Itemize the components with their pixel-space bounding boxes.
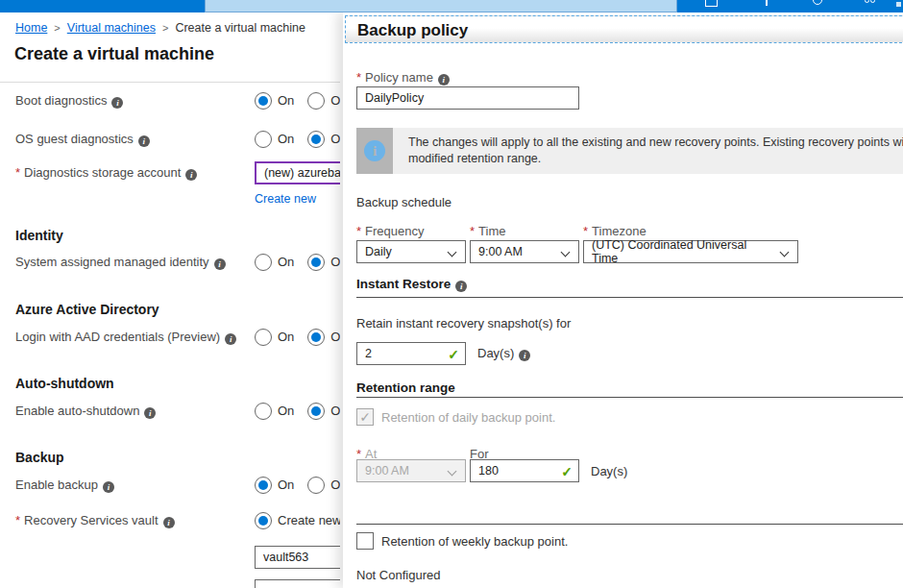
field-label: Recovery Services vault <box>24 513 158 527</box>
radio-create-new-label: Create new <box>278 513 340 527</box>
field-label: Login with AAD credentials (Preview) <box>15 330 220 344</box>
settings-gear-icon[interactable] <box>812 0 827 12</box>
search-input[interactable] <box>205 0 677 12</box>
frequency-label: *Frequency <box>356 224 424 238</box>
info-banner-line2: modified retention range. <box>408 151 903 167</box>
info-icon: i <box>138 135 150 147</box>
info-icon: i <box>111 97 123 109</box>
chevron-down-icon <box>561 248 571 257</box>
field-os-guest-diagnostics: OS guest diagnosticsi OnOff <box>15 130 340 151</box>
info-banner: i The changes will apply to all the exis… <box>356 128 903 174</box>
info-icon: i <box>225 333 236 345</box>
radio-on[interactable] <box>255 131 272 148</box>
snapshot-days-input[interactable]: 2✓ <box>356 342 466 365</box>
info-banner-icon: i <box>364 140 385 161</box>
radio-off-label: Off <box>330 330 340 344</box>
radio-off[interactable] <box>307 131 325 148</box>
section-heading-backup: Backup <box>15 450 64 465</box>
info-icon: i <box>103 481 114 493</box>
breadcrumb-separator: > <box>162 22 168 34</box>
radio-on-label: On <box>278 404 294 418</box>
time-select[interactable]: 9:00 AM <box>470 240 579 263</box>
required-marker: * <box>356 70 361 85</box>
at-time-select: 9:00 AM <box>356 459 466 482</box>
radio-off[interactable] <box>307 329 325 346</box>
info-icon: i <box>519 350 530 361</box>
storage-account-select[interactable]: (new) azureba <box>255 161 340 184</box>
radio-off[interactable] <box>307 403 325 420</box>
not-configured-text: Not Configured <box>356 568 440 582</box>
field-label: OS guest diagnostics <box>15 132 134 146</box>
vault-name-input[interactable]: vault563 <box>255 546 340 569</box>
valid-check-icon: ✓ <box>448 347 459 362</box>
radio-on[interactable] <box>255 403 272 420</box>
field-label: Diagnostics storage account <box>24 165 181 180</box>
radio-off[interactable] <box>307 254 325 271</box>
radio-create-new[interactable] <box>255 512 272 529</box>
field-label: Boot diagnostics <box>15 93 107 108</box>
radio-on[interactable] <box>255 92 272 110</box>
top-bar <box>0 0 903 12</box>
instant-restore-heading: Instant Restorei <box>356 277 467 292</box>
field-enable-backup: Enable backupi OnOff <box>15 476 340 497</box>
field-label: Enable backup <box>15 478 98 492</box>
valid-check-icon: ✓ <box>561 464 573 479</box>
radio-on[interactable] <box>255 254 272 271</box>
create-new-link[interactable]: Create new <box>255 192 316 206</box>
breadcrumb: Home>Virtual machines>Create a virtual m… <box>15 21 305 35</box>
section-divider <box>356 397 903 398</box>
breadcrumb-virtual-machines-link[interactable]: Virtual machines <box>67 21 156 35</box>
timezone-select[interactable]: (UTC) Coordinated Universal Time <box>583 240 798 263</box>
breadcrumb-home-link[interactable]: Home <box>15 21 47 35</box>
feedback-smiley-icon[interactable] <box>865 0 880 12</box>
section-divider <box>356 524 903 525</box>
breadcrumb-separator: > <box>54 22 60 34</box>
snapshot-days-unit: Day(s)i <box>477 346 530 361</box>
field-label: Enable auto-shutdown <box>15 404 139 418</box>
frequency-select[interactable]: Daily <box>356 240 466 263</box>
blade-title: Backup policy <box>357 21 468 40</box>
radio-off[interactable] <box>307 92 325 110</box>
window-icon[interactable] <box>704 0 720 12</box>
info-icon: i <box>438 74 450 86</box>
policy-name-input[interactable]: DailyPolicy <box>356 86 579 110</box>
radio-off-label: Off <box>330 132 340 146</box>
radio-on-label: On <box>278 478 294 492</box>
for-days-input[interactable]: 180✓ <box>470 459 579 482</box>
timezone-label: *Timezone <box>583 224 647 238</box>
field-label: System assigned managed identity <box>15 255 209 269</box>
section-heading-identity: Identity <box>15 228 63 243</box>
radio-off-label: Off <box>330 404 340 418</box>
radio-on[interactable] <box>255 329 272 346</box>
retain-snapshot-label: Retain instant recovery snapshot(s) for <box>356 316 571 331</box>
section-divider <box>356 297 903 298</box>
info-icon: i <box>163 517 175 528</box>
required-marker: * <box>15 165 20 180</box>
weekly-backup-checkbox[interactable] <box>356 532 374 550</box>
radio-on-label: On <box>278 255 294 269</box>
daily-backup-checkbox: ✓ <box>356 408 374 426</box>
time-label: *Time <box>470 224 505 238</box>
info-banner-line1: The changes will apply to all the existi… <box>408 135 903 151</box>
radio-on-label: On <box>278 330 294 344</box>
radio-on-label: On <box>278 93 294 108</box>
radio-off-label: Off <box>330 93 340 108</box>
radio-off[interactable] <box>307 477 325 494</box>
backup-policy-blade: Backup policy *Policy namei DailyPolicy … <box>343 12 903 588</box>
field-login-aad: Login with AAD credentials (Preview)i On… <box>15 328 340 349</box>
breadcrumb-current: Create a virtual machine <box>175 21 305 35</box>
info-icon: i <box>214 258 226 270</box>
section-heading-aad: Azure Active Directory <box>15 302 159 317</box>
radio-off-label: Off <box>330 255 340 269</box>
for-days-unit: Day(s) <box>591 464 627 478</box>
field-enable-auto-shutdown: Enable auto-shutdowni OnOff <box>15 402 340 423</box>
directory-filter-icon[interactable] <box>758 0 773 12</box>
partial-input[interactable] <box>255 579 340 588</box>
backup-schedule-label: Backup schedule <box>356 195 452 209</box>
avatar-partial[interactable] <box>896 0 903 12</box>
field-system-assigned-identity: System assigned managed identityi OnOff <box>15 253 340 274</box>
field-recovery-services-vault: *Recovery Services vaulti Create new <box>15 511 340 532</box>
weekly-backup-label: Retention of weekly backup point. <box>381 534 568 549</box>
radio-on-label: On <box>278 132 294 146</box>
radio-on[interactable] <box>255 477 272 494</box>
